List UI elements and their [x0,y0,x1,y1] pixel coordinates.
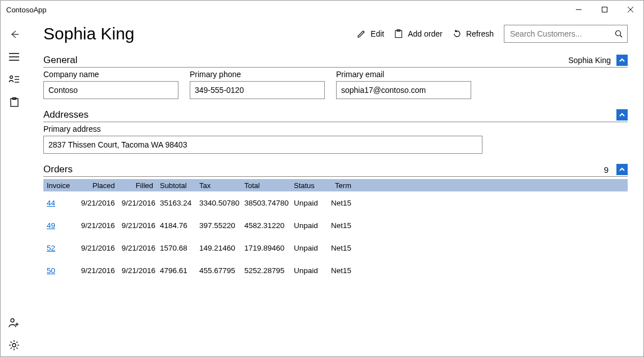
titlebar: ContosoApp [1,1,643,19]
refresh-label: Refresh [466,29,494,38]
orders-collapse-toggle[interactable] [616,164,628,175]
addresses-section-title: Addresses [43,109,88,121]
svg-point-13 [11,319,14,322]
col-header-tax[interactable]: Tax [196,181,241,190]
cell-subtotal: 4796.61 [156,266,196,275]
cell-filled: 9/21/2016 [118,244,156,252]
svg-line-24 [11,347,12,349]
orders-section-title: Orders [43,164,73,175]
cell-term: Net15 [322,266,355,275]
svg-line-22 [16,347,17,349]
cell-placed: 9/21/2016 [74,266,118,275]
back-button[interactable] [1,23,28,46]
svg-line-28 [620,35,623,38]
cell-placed: 9/21/2016 [74,199,118,207]
cell-term: Net15 [322,199,355,207]
gear-icon [9,340,19,350]
addresses-fields: Primary address [43,124,628,154]
general-collapse-toggle[interactable] [616,55,628,66]
svg-rect-1 [602,7,607,12]
minimize-button[interactable] [566,1,592,19]
edit-button[interactable]: Edit [357,29,384,38]
cell-subtotal: 1570.68 [156,244,196,252]
cell-status: Unpaid [290,221,322,230]
window-title: ContosoApp [6,6,47,14]
hamburger-icon [9,53,19,61]
edit-label: Edit [370,29,384,38]
pencil-icon [357,29,366,38]
svg-rect-25 [396,30,402,37]
col-header-invoice[interactable]: Invoice [43,181,74,190]
orders-count: 9 [604,165,609,175]
email-label: Primary email [336,70,471,79]
table-row[interactable]: 449/21/20169/21/201635163.243340.5078038… [43,191,628,214]
page-title: Sophia King [43,24,135,43]
app-window: ContosoApp [0,0,644,357]
cell-status: Unpaid [290,199,322,207]
svg-point-7 [10,76,13,79]
primary-address-label: Primary address [43,124,482,133]
cell-term: Net15 [322,221,355,230]
addresses-section-header: Addresses [43,109,628,122]
cell-placed: 9/21/2016 [74,221,118,230]
company-input[interactable] [43,81,178,99]
general-fields: Company name Primary phone Primary email [43,70,628,99]
phone-input[interactable] [190,81,325,99]
orders-nav-item[interactable] [1,91,28,113]
customers-nav-item[interactable] [1,68,28,91]
table-row[interactable]: 499/21/20169/21/20164184.76397.552204582… [43,214,628,236]
cell-tax: 3340.50780 [196,199,241,207]
invoice-link[interactable]: 44 [47,199,55,207]
sidebar-nav [1,19,28,356]
cell-tax: 455.67795 [196,266,241,275]
col-header-status[interactable]: Status [290,181,322,190]
phone-label: Primary phone [190,70,325,79]
person-add-icon [8,318,20,328]
orders-table-body: 449/21/20169/21/201635163.243340.5078038… [43,191,628,282]
chevron-up-icon [619,57,625,64]
primary-address-input[interactable] [43,136,482,154]
col-header-total[interactable]: Total [241,181,290,190]
minimize-icon [576,7,582,12]
orders-table-header: Invoice Placed Filled Subtotal Tax Total… [43,179,628,191]
close-button[interactable] [618,1,643,19]
col-header-term[interactable]: Term [322,181,355,190]
invoice-link[interactable]: 49 [47,221,55,230]
cell-subtotal: 35163.24 [156,199,196,207]
svg-point-16 [12,343,16,347]
maximize-button[interactable] [592,1,618,19]
table-row[interactable]: 529/21/20169/21/20161570.68149.214601719… [43,236,628,259]
search-input[interactable] [509,29,615,39]
header-actions: Edit Add order Refresh [357,25,628,43]
orders-section-header: Orders 9 [43,164,628,177]
col-header-placed[interactable]: Placed [74,181,118,190]
back-arrow-icon [9,29,19,39]
clipboard-icon [394,29,403,38]
add-order-button[interactable]: Add order [394,29,442,38]
addresses-collapse-toggle[interactable] [616,109,628,121]
col-header-subtotal[interactable]: Subtotal [156,181,196,190]
add-customer-nav-item[interactable] [1,311,28,334]
email-input[interactable] [336,81,471,99]
cell-total: 38503.74780 [241,199,290,207]
cell-status: Unpaid [290,244,322,252]
search-box[interactable] [504,25,628,43]
refresh-icon [453,29,462,38]
settings-nav-item[interactable] [1,334,28,356]
cell-total: 1719.89460 [241,244,290,252]
cell-filled: 9/21/2016 [118,221,156,230]
chevron-up-icon [619,111,625,118]
general-section-header: General Sophia King [43,55,628,68]
clipboard-icon [10,97,19,107]
svg-line-21 [11,342,12,343]
svg-line-23 [16,342,17,343]
col-header-filled[interactable]: Filled [118,181,156,190]
table-row[interactable]: 509/21/20169/21/20164796.61455.677955252… [43,259,628,282]
invoice-link[interactable]: 52 [47,244,55,252]
menu-button[interactable] [1,46,28,68]
add-order-label: Add order [408,29,442,38]
refresh-button[interactable]: Refresh [453,29,494,38]
main-content: Sophia King Edit Add order Refresh [28,19,643,356]
page-header: Sophia King Edit Add order Refresh [43,24,628,43]
invoice-link[interactable]: 50 [47,266,55,275]
